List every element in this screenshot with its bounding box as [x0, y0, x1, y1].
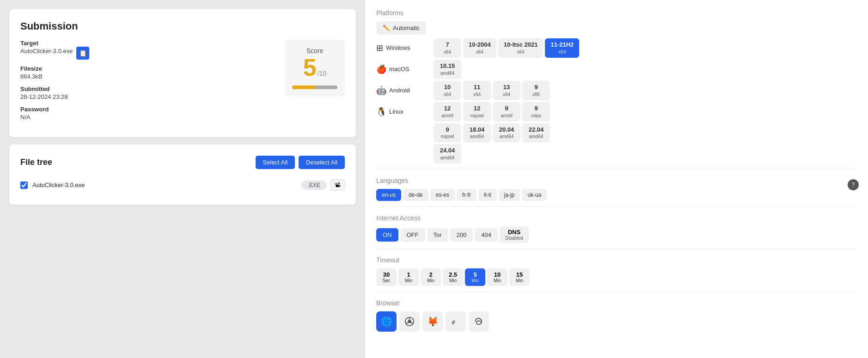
automatic-button[interactable]: ✏️ Automatic: [376, 21, 426, 35]
password-field: Password N/A: [20, 106, 275, 121]
macos-icon: 🍎: [376, 64, 386, 74]
dns-disabled-button[interactable]: DNS Disabled: [500, 226, 529, 243]
timeout-30s-button[interactable]: 30 Sec: [376, 268, 397, 286]
browser-section-title: Browser: [376, 299, 857, 307]
internet-section-title: Internet Access: [376, 214, 857, 222]
lang-es-es[interactable]: es-es: [430, 189, 455, 201]
timeout-1m-button[interactable]: 1 Min: [398, 268, 419, 286]
timeout-15m-button[interactable]: 15 Min: [509, 268, 530, 286]
win-10-ltsc-button[interactable]: 10-ltsc 2021 x64: [498, 38, 544, 58]
macos-row: 🍎 macOS 10.15 amd64: [376, 60, 857, 79]
score-bar-empty: [315, 85, 337, 89]
language-group: en-us de-de es-es fr-fr it-it ja-jp uk-u…: [376, 189, 857, 201]
target-label: Target: [20, 40, 275, 47]
macos-label: 🍎 macOS: [376, 64, 432, 74]
linux-2204-button[interactable]: 22.04 amd64: [522, 123, 550, 143]
default-browser-button[interactable]: 🌐: [376, 311, 397, 332]
win-11-21h2-button[interactable]: 11-21H2 x64: [545, 38, 579, 58]
submitted-label: Submitted: [20, 85, 275, 92]
select-all-button[interactable]: Select All: [256, 156, 295, 169]
internet-off-button[interactable]: OFF: [400, 228, 425, 242]
pencil-icon: ✏️: [383, 24, 390, 31]
dns-sub-label: Disabled: [505, 236, 523, 241]
linux-9-mips-button[interactable]: 9 mips: [522, 102, 550, 121]
windows-row: ⊞ Windows 7 x64 10-2004 x64 10-ltsc 2021…: [376, 38, 857, 58]
win-7-button[interactable]: 7 x64: [434, 38, 461, 58]
copy-icon[interactable]: 📋: [76, 47, 89, 60]
lang-it-it[interactable]: it-it: [478, 189, 497, 201]
linux-12-armhf-button[interactable]: 12 armhf: [434, 102, 461, 121]
submission-card: Submission Target AutoClicker-3.0.exe 📋 …: [9, 9, 356, 137]
android-9-button[interactable]: 9 x86: [522, 81, 550, 100]
divider-4: [376, 291, 857, 292]
submission-title: Submission: [20, 20, 345, 32]
score-bar: [292, 85, 337, 89]
internet-404-button[interactable]: 404: [475, 228, 498, 242]
internet-200-button[interactable]: 200: [450, 228, 473, 242]
submitted-value: 28-12-2024 23:28: [20, 93, 275, 100]
linux-2004-button[interactable]: 20.04 amd64: [493, 123, 520, 143]
file-right: .EXE 📽: [301, 179, 345, 191]
svg-line-4: [406, 322, 408, 324]
android-10-button[interactable]: 10 x64: [434, 81, 461, 100]
windows-label: ⊞ Windows: [376, 43, 432, 53]
platforms-section-title: Platforms: [376, 9, 857, 17]
linux-9-mipsel-button[interactable]: 9 mipsel: [434, 123, 461, 143]
score-max: /10: [318, 70, 326, 77]
submission-fields: Target AutoClicker-3.0.exe 📋 Filesize 86…: [20, 40, 275, 126]
help-icon[interactable]: ?: [848, 179, 859, 190]
file-checkbox[interactable]: [20, 182, 28, 189]
android-11-button[interactable]: 11 x64: [463, 81, 491, 100]
submission-content: Target AutoClicker-3.0.exe 📋 Filesize 86…: [20, 40, 345, 126]
lang-de-de[interactable]: de-de: [403, 189, 428, 201]
timeout-10m-button[interactable]: 10 Min: [487, 268, 507, 286]
file-tree-header: File tree Select All Deselect All: [20, 156, 345, 169]
file-name: AutoClicker-3.0.exe: [32, 182, 85, 188]
timeout-25m-button[interactable]: 2.5 Min: [443, 268, 463, 286]
score-label: Score: [292, 47, 337, 55]
filesize-value: 864.3kB: [20, 73, 275, 80]
linux-icon: 🐧: [376, 107, 386, 117]
chrome-browser-button[interactable]: [399, 311, 420, 332]
score-number: 5: [303, 55, 317, 81]
linux-9-armhf-button[interactable]: 9 armhf: [493, 102, 520, 121]
divider-3: [376, 249, 857, 249]
timeout-section-title: Timeout: [376, 256, 857, 264]
linux-12-mipsel-button[interactable]: 12 mipsel: [463, 102, 491, 121]
linux-extra-row-2: 9 mipsel 18.04 amd64 20.04 amd64 22.04 a…: [434, 123, 857, 143]
lang-ja-jp[interactable]: ja-jp: [499, 189, 520, 201]
macos-1015-button[interactable]: 10.15 amd64: [434, 60, 461, 79]
edge-browser-button[interactable]: [469, 311, 489, 332]
target-value: AutoClicker-3.0.exe: [20, 48, 73, 55]
lang-en-us[interactable]: en-us: [376, 189, 401, 201]
linux-1804-button[interactable]: 18.04 amd64: [463, 123, 491, 143]
file-row: AutoClicker-3.0.exe .EXE 📽: [20, 176, 345, 194]
lang-fr-fr[interactable]: fr-fr: [457, 189, 477, 201]
target-field: Target AutoClicker-3.0.exe 📋: [20, 40, 275, 60]
lang-uk-ua[interactable]: uk-ua: [522, 189, 547, 201]
auto-label: Automatic: [393, 24, 420, 31]
file-action-button[interactable]: 📽: [330, 179, 345, 191]
linux-2404-button[interactable]: 24.04 amd64: [434, 144, 461, 164]
browser-group: 🌐 🦊 e: [376, 311, 857, 332]
languages-section-title: Languages: [376, 177, 857, 184]
windows-icon: ⊞: [376, 43, 383, 53]
linux-label: 🐧 Linux: [376, 107, 432, 117]
internet-on-button[interactable]: ON: [376, 228, 398, 242]
win-10-2004-button[interactable]: 10-2004 x64: [463, 38, 496, 58]
firefox-browser-button[interactable]: 🦊: [422, 311, 443, 332]
file-left: AutoClicker-3.0.exe: [20, 182, 85, 189]
deselect-all-button[interactable]: Deselect All: [299, 156, 345, 169]
target-row: AutoClicker-3.0.exe 📋: [20, 47, 275, 60]
android-13-button[interactable]: 13 x64: [493, 81, 520, 100]
timeout-group: 30 Sec 1 Min 2 Min 2.5 Min 5 Min 10 Min …: [376, 268, 857, 286]
file-tree-card: File tree Select All Deselect All AutoCl…: [9, 145, 356, 205]
internet-tor-button[interactable]: Tor: [427, 228, 448, 242]
android-label: 🤖 Android: [376, 85, 432, 96]
filesize-field: Filesize 864.3kB: [20, 65, 275, 80]
timeout-5m-button[interactable]: 5 Min: [465, 268, 485, 286]
linux-extra-row-3: 24.04 amd64: [434, 144, 857, 164]
password-label: Password: [20, 106, 275, 113]
ie-browser-button[interactable]: e: [446, 311, 466, 332]
timeout-2m-button[interactable]: 2 Min: [421, 268, 441, 286]
